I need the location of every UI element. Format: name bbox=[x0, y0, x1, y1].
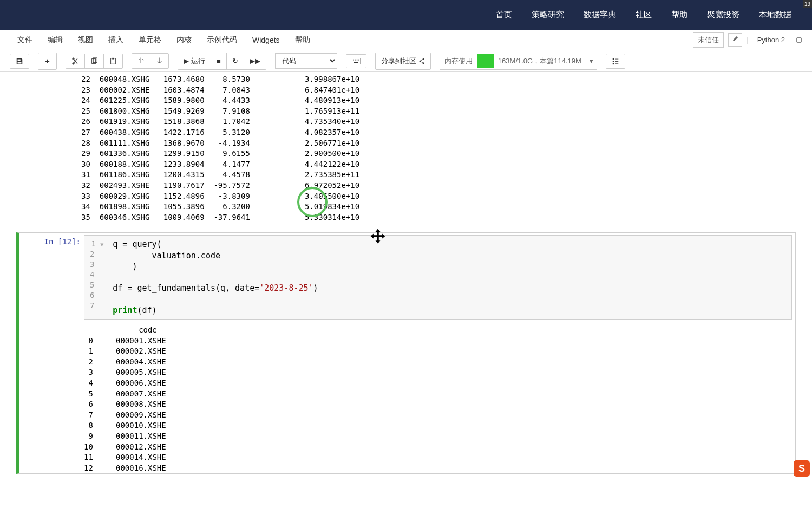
copy-button[interactable] bbox=[85, 54, 104, 68]
svg-rect-19 bbox=[613, 63, 614, 64]
svg-rect-10 bbox=[358, 59, 359, 60]
menu-kernel[interactable]: 内核 bbox=[169, 32, 199, 48]
svg-rect-17 bbox=[613, 61, 614, 62]
svg-rect-5 bbox=[112, 57, 114, 59]
code-text[interactable]: q = query( valuation.code ) df = get_fun… bbox=[107, 236, 323, 319]
nav-strategy[interactable]: 策略研究 bbox=[522, 10, 574, 20]
menu-file[interactable]: 文件 bbox=[10, 32, 40, 48]
restart-button[interactable]: ↻ bbox=[227, 53, 244, 69]
code-editor[interactable]: 1 ▼ 2 3 4 5 6 7 q = query( valuation.cod… bbox=[84, 235, 792, 320]
menu-edit[interactable]: 编辑 bbox=[40, 32, 70, 48]
nav-invest[interactable]: 聚宽投资 bbox=[697, 10, 749, 20]
memory-label: 内存使用 bbox=[440, 53, 477, 69]
memory-dropdown-icon[interactable]: ▾ bbox=[586, 54, 597, 68]
line-gutter: 1 ▼ 2 3 4 5 6 7 bbox=[84, 236, 107, 319]
svg-rect-11 bbox=[354, 62, 358, 63]
svg-rect-18 bbox=[615, 61, 618, 62]
svg-rect-6 bbox=[352, 58, 361, 64]
add-cell-button[interactable]: ＋ bbox=[38, 53, 57, 70]
code-cell[interactable]: In [12]: 1 ▼ 2 3 4 5 6 7 q = query( valu… bbox=[16, 232, 796, 474]
notebook[interactable]: 22 600048.XSHG 1673.4680 8.5730 3.998867… bbox=[0, 72, 812, 508]
move-up-button[interactable]: 🡡 bbox=[132, 54, 150, 68]
top-nav: 首页 策略研究 数据字典 社区 帮助 聚宽投资 本地数据 19 bbox=[0, 0, 812, 30]
menu-cell[interactable]: 单元格 bbox=[131, 32, 169, 48]
svg-rect-9 bbox=[357, 59, 358, 60]
kernel-status-icon bbox=[796, 37, 802, 43]
nav-help[interactable]: 帮助 bbox=[662, 10, 697, 20]
trust-button[interactable]: 未信任 bbox=[693, 32, 724, 48]
svg-rect-8 bbox=[355, 59, 356, 60]
menu-insert[interactable]: 插入 bbox=[101, 32, 131, 48]
nav-dict[interactable]: 数据字典 bbox=[574, 10, 626, 20]
share-button[interactable]: 分享到社区 bbox=[375, 53, 431, 70]
paste-button[interactable] bbox=[104, 54, 122, 68]
output-area-bottom: code 0 000001.XSHE 1 000002.XSHE 2 00000… bbox=[84, 325, 795, 473]
memory-text: 163M/1.0G，本篇114.19M bbox=[494, 53, 586, 69]
memory-bar bbox=[477, 54, 494, 68]
notification-badge[interactable]: 19 bbox=[803, 0, 812, 8]
fastforward-button[interactable]: ▶▶ bbox=[244, 53, 266, 69]
cell-type-select[interactable]: 代码 bbox=[275, 53, 337, 69]
nav-home[interactable]: 首页 bbox=[486, 10, 522, 20]
toolbar: ＋ 🡡 🡣 ▶ 运行 ■ ↻ ▶▶ 代码 分享到社区 内存使用 bbox=[0, 50, 812, 72]
toc-button[interactable] bbox=[606, 54, 625, 69]
svg-rect-20 bbox=[615, 63, 618, 64]
edit-pencil-icon[interactable] bbox=[728, 33, 742, 47]
cut-button[interactable] bbox=[66, 54, 85, 68]
menu-sample[interactable]: 示例代码 bbox=[199, 32, 245, 48]
menu-help[interactable]: 帮助 bbox=[287, 32, 318, 48]
svg-rect-7 bbox=[353, 59, 354, 60]
stop-button[interactable]: ■ bbox=[211, 53, 227, 69]
ime-sogou-icon[interactable]: S bbox=[794, 460, 810, 477]
nav-community[interactable]: 社区 bbox=[626, 10, 662, 20]
svg-rect-16 bbox=[615, 58, 618, 59]
menu-view[interactable]: 视图 bbox=[70, 32, 101, 48]
menu-widgets[interactable]: Widgets bbox=[245, 32, 287, 48]
nav-local[interactable]: 本地数据 bbox=[749, 10, 801, 20]
svg-rect-15 bbox=[613, 58, 614, 60]
output-area-top: 22 600048.XSHG 1673.4680 8.5730 3.998867… bbox=[81, 74, 796, 223]
run-button[interactable]: ▶ 运行 bbox=[178, 53, 211, 69]
menu-bar: 文件 编辑 视图 插入 单元格 内核 示例代码 Widgets 帮助 未信任 |… bbox=[0, 30, 812, 50]
memory-usage[interactable]: 内存使用 163M/1.0G，本篇114.19M ▾ bbox=[440, 53, 597, 70]
kernel-name[interactable]: Python 2 bbox=[753, 34, 789, 46]
save-button[interactable] bbox=[10, 54, 29, 69]
input-prompt: In [12]: bbox=[19, 233, 84, 473]
keyboard-button[interactable] bbox=[346, 54, 366, 68]
move-down-button[interactable]: 🡣 bbox=[150, 54, 168, 68]
